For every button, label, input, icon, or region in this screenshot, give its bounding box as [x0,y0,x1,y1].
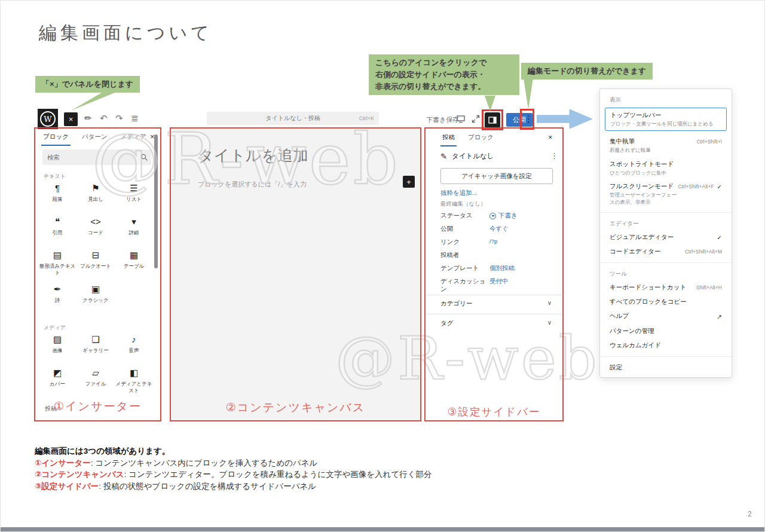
shortcut: Ctrl+Shift+Alt+M [685,249,722,255]
callout-edit-mode: 編集モードの切り替えができます [521,63,653,80]
page-title: 編集画面について [39,21,213,45]
undo-icon[interactable]: ↶ [100,113,108,124]
save-draft-button[interactable]: 下書き保存 [426,115,459,124]
menu-item-fullscreen[interactable]: フルスクリーンモード 管理ユーザーインターフェースの表示、非表示 Ctrl+Sh… [600,179,732,209]
inserter-region-label: ①インサーター [34,399,161,414]
menu-item-visual-editor[interactable]: ビジュアルエディター ✓ [600,230,732,244]
menu-item-manage-patterns[interactable]: パターンの管理 [600,324,732,338]
sidebar-region-label: ③設定サイドバー [424,405,564,419]
check-icon: ✓ [717,234,722,241]
menu-item-distraction-free[interactable]: 集中執筆 邪魔されずに執筆 Ctrl+Shift+\ [600,134,732,157]
menu-item-spotlight[interactable]: スポットライトモード ひとつのブロックに集中 [600,157,732,179]
inserter-region-outline [34,127,161,421]
callout-close-panel: 「×」でパネルを閉じます [35,76,140,93]
notes-heading: 編集画面には3つの領域があります。 [35,445,432,457]
note-line: ③設定サイドバー: 投稿の状態やブロックの設定を構成するサイドバーパネル [35,481,432,493]
check-icon: ✓ [717,184,722,190]
redo-icon[interactable]: ↷ [115,113,123,124]
sidebar-region-outline [424,127,564,421]
menu-item-preferences[interactable]: 設定 [600,360,732,375]
canvas-region-outline [170,127,421,421]
menu-item-welcome-guide[interactable]: ウェルカムガイド [600,338,732,353]
bottom-strip [1,527,764,531]
callout-settings-toggle: こちらのアイコンをクリックで 右側の設定サイドバーの表示・ 非表示の切り替えがで… [369,54,519,95]
command-bar[interactable]: タイトルなし・投稿 Ctrl+K [207,112,379,125]
options-dropdown: 表示 トップツールバー ブロック・文書ツールを同じ場所にまとめる 集中執筆 邪魔… [599,88,732,378]
close-inserter-button[interactable]: × [64,112,78,126]
menu-item-help[interactable]: ヘルプ ↗ [600,309,732,324]
settings-toggle-highlight [482,109,503,130]
dropdown-section-header: エディター [600,216,732,230]
page-number: 2 [748,510,752,518]
callout-pointer [524,78,533,109]
wordpress-logo-icon[interactable]: W [38,109,58,129]
fit-screen-icon[interactable] [471,114,481,124]
external-link-icon: ↗ [717,313,722,321]
preview-monitor-icon[interactable] [456,114,466,124]
dropdown-section-header: 表示 [600,93,732,106]
menu-item-code-editor[interactable]: コードエディター Ctrl+Shift+Alt+M [600,244,732,259]
command-bar-shortcut: Ctrl+K [359,115,374,121]
note-line: ①インサーター: コンテンツキャンバス内にブロックを挿入するためのパネル [35,457,432,469]
menu-item-top-toolbar[interactable]: トップツールバー ブロック・文書ツールを同じ場所にまとめる [605,108,727,131]
kebab-highlight [520,109,534,130]
dropdown-section-header: ツール [600,267,732,280]
shortcut: Shift+Alt+H [696,285,722,291]
divider [600,356,732,357]
note-line: ②コンテンツキャンバス: コンテンツエディター。ブロックを積み重ねるように文字や… [35,469,432,481]
callout-pointer [71,91,118,111]
divider [600,262,732,263]
notes-block: 編集画面には3つの領域があります。 ①インサーター: コンテンツキャンバス内にブ… [35,445,432,492]
command-bar-title: タイトルなし・投稿 [207,112,379,125]
menu-item-copy-all-blocks[interactable]: すべてのブロックをコピー [600,295,732,309]
document-overview-icon[interactable]: ≣ [131,113,139,124]
callout-pointer [485,96,495,111]
shortcut: Ctrl+Shift+Alt+F [678,184,714,190]
edit-tool-icon[interactable]: ✏ [84,113,92,124]
divider [600,212,732,213]
canvas-region-label: ②コンテンツキャンバス [170,400,421,415]
slide: 編集画面について @R-web @R-web 「×」でパネルを閉じます こちらの… [0,0,765,532]
shortcut: Ctrl+Shift+\ [696,139,722,145]
menu-item-keyboard-shortcuts[interactable]: キーボードショートカット Shift+Alt+H [600,280,732,295]
